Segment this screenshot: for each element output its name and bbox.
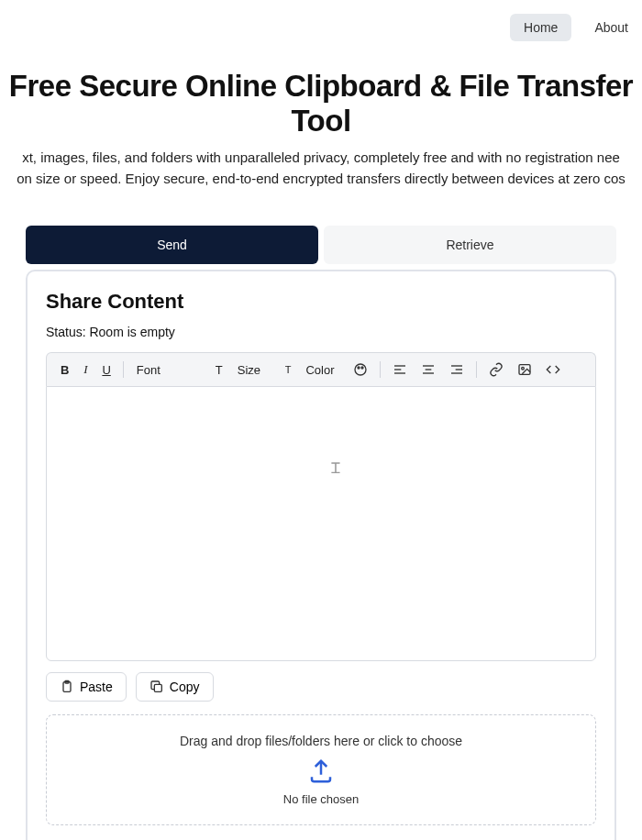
svg-point-13: [522, 367, 525, 370]
hero-subtitle-2: on size or speed. Enjoy secure, end-to-e…: [0, 169, 642, 190]
text-cursor-icon: Ꮖ: [331, 460, 341, 477]
hero: Free Secure Online Clipboard & File Tran…: [0, 55, 642, 226]
paste-button[interactable]: Paste: [46, 672, 127, 702]
tab-bar: Send Retrieve: [26, 226, 616, 264]
bold-button[interactable]: B: [56, 360, 73, 380]
link-icon[interactable]: [484, 359, 508, 380]
nav-home[interactable]: Home: [510, 14, 571, 41]
status-text: Status: Room is empty: [46, 325, 596, 339]
underline-button[interactable]: U: [97, 360, 115, 380]
separator: [380, 361, 381, 378]
align-right-icon[interactable]: [445, 359, 469, 380]
text-format-icon[interactable]: T: [211, 360, 227, 380]
code-icon[interactable]: [541, 359, 565, 380]
size-select[interactable]: Size: [232, 360, 276, 380]
paste-label: Paste: [80, 680, 113, 694]
separator: [476, 361, 477, 378]
hero-title: Free Secure Online Clipboard & File Tran…: [0, 69, 642, 138]
nofile-text: No file chosen: [65, 792, 577, 806]
share-panel: Share Content Status: Room is empty B I …: [26, 270, 616, 840]
panel-title: Share Content: [46, 290, 596, 314]
nav-about[interactable]: About: [581, 14, 642, 41]
copy-label: Copy: [170, 680, 200, 694]
file-dropzone[interactable]: Drag and drop files/folders here or clic…: [46, 714, 596, 825]
tab-retrieve[interactable]: Retrieve: [324, 226, 616, 264]
font-select[interactable]: Font: [131, 360, 206, 380]
hero-subtitle-1: xt, images, files, and folders with unpa…: [0, 148, 642, 169]
separator: [123, 361, 124, 378]
svg-point-1: [358, 367, 360, 369]
copy-button[interactable]: Copy: [136, 672, 214, 702]
top-nav: Home About: [0, 0, 642, 55]
dropzone-text: Drag and drop files/folders here or clic…: [65, 734, 577, 748]
tab-send[interactable]: Send: [26, 226, 318, 264]
upload-icon: [65, 757, 577, 785]
svg-point-0: [355, 364, 366, 375]
tt-icon[interactable]: T: [281, 361, 296, 378]
align-left-icon[interactable]: [388, 359, 412, 380]
editor-toolbar: B I U Font T Size T Color: [46, 352, 596, 386]
italic-button[interactable]: I: [78, 359, 93, 380]
align-center-icon[interactable]: [416, 359, 440, 380]
editor-textarea[interactable]: Ꮖ: [46, 386, 596, 661]
image-icon[interactable]: [513, 359, 537, 380]
palette-icon[interactable]: [349, 359, 372, 380]
action-row: Paste Copy: [46, 672, 596, 702]
svg-rect-16: [154, 684, 161, 691]
svg-point-2: [361, 367, 363, 369]
copy-icon: [149, 680, 164, 694]
clipboard-icon: [60, 680, 74, 694]
color-select[interactable]: Color: [300, 360, 344, 380]
